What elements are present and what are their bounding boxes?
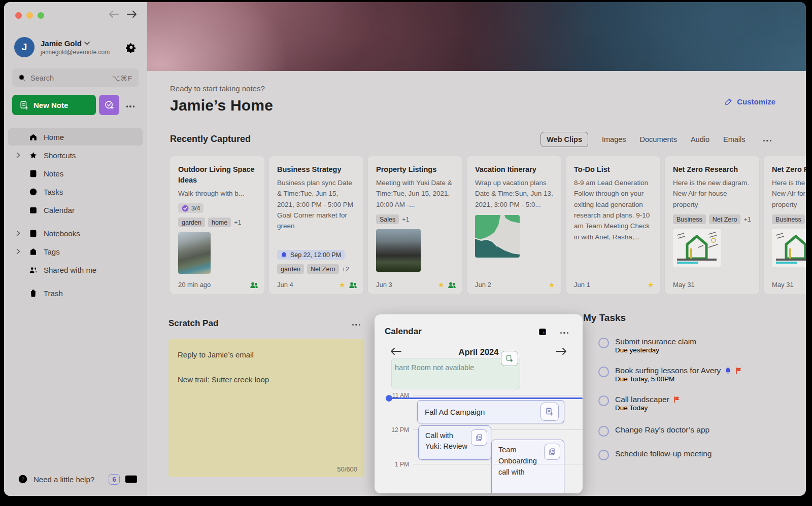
more-tags-count: +1	[402, 216, 409, 223]
current-time-indicator	[387, 397, 583, 399]
task-label[interactable]: Call landscaper	[615, 395, 669, 404]
flag-icon	[735, 367, 742, 374]
chevron-right-icon	[16, 230, 20, 236]
task-label[interactable]: Schedule follow-up meeting	[615, 449, 712, 458]
card-title: To-Do List	[574, 164, 652, 175]
house-diagram-thumbnail	[772, 229, 806, 267]
filters-more-button[interactable]	[759, 131, 776, 147]
sidebar-item-trash[interactable]: Trash	[8, 284, 143, 302]
notification-badge[interactable]: 6	[109, 474, 120, 485]
calendar-more-button[interactable]	[556, 323, 573, 339]
card-title: Vacation Itinerary	[475, 164, 553, 175]
more-actions-button[interactable]	[122, 97, 139, 113]
event-call-with-yuki[interactable]: Call with Yuki: Review	[418, 425, 491, 460]
event-fall-ad-campaign[interactable]: Fall Ad Campaign	[417, 400, 564, 423]
card-date: Jun 4	[277, 281, 339, 288]
filter-documents[interactable]: Documents	[640, 135, 677, 143]
star-icon	[28, 151, 38, 160]
account-section[interactable]: J Jamie Gold jamiegold@evernote.com	[4, 19, 147, 57]
notes-icon	[28, 169, 38, 178]
sidebar-item-notes[interactable]: Notes	[8, 165, 143, 182]
sidebar-item-label: Shared with me	[44, 266, 96, 274]
note-card-property-listings[interactable]: Property Listings Meeting with Yuki Date…	[368, 156, 462, 294]
task-label[interactable]: Book surfing lessons for Avery	[615, 366, 721, 375]
task-checkbox[interactable]	[598, 450, 609, 460]
tag-pill[interactable]: garden	[178, 218, 205, 227]
task-label[interactable]: Submit insurance claim	[615, 337, 696, 346]
filter-audio[interactable]: Audio	[691, 135, 709, 143]
sidebar-item-shortcuts[interactable]: Shortcuts	[8, 147, 143, 164]
note-card-vacation-itinerary[interactable]: Vacation Itinerary Wrap up vacation plan…	[467, 156, 561, 294]
copy-note-icon[interactable]	[471, 429, 487, 446]
note-card-business-strategy[interactable]: Business Strategy Business plan sync Dat…	[269, 156, 363, 294]
sidebar-item-home[interactable]: Home	[8, 128, 143, 146]
forward-arrow-icon[interactable]	[126, 10, 138, 18]
task-check-plus-icon	[104, 100, 114, 110]
card-snippet: Walk-through with b...	[178, 188, 256, 199]
check-circle-icon	[182, 205, 189, 212]
zoom-window-button[interactable]	[38, 12, 44, 19]
task-checkbox[interactable]	[598, 395, 609, 406]
tag-pill[interactable]: Net Zero	[307, 264, 339, 274]
shared-people-icon	[448, 281, 456, 288]
help-icon[interactable]: ?	[17, 474, 28, 485]
sidebar-item-tasks[interactable]: Tasks	[8, 183, 143, 200]
task-label[interactable]: Change Ray’s doctor’s app	[615, 425, 709, 435]
task-checkbox[interactable]	[598, 426, 609, 437]
search-input[interactable]: Search ⌥⌘F	[12, 68, 139, 87]
add-note-to-event-button[interactable]	[540, 403, 559, 421]
new-note-button[interactable]: New Note	[12, 95, 96, 115]
card-title: Net Zero Research	[673, 164, 751, 175]
calendar-day-grid: hant Room not available 11 AM Fall Ad Ca…	[375, 362, 583, 493]
calendar-today-icon[interactable]	[537, 327, 548, 337]
filter-web-clips[interactable]: Web Clips	[540, 132, 588, 147]
close-window-button[interactable]	[15, 12, 22, 19]
task-row: Submit insurance claim Due yesterday	[583, 337, 801, 354]
task-row: Schedule follow-up meeting	[583, 449, 801, 462]
more-tags-count: +1	[743, 216, 751, 223]
my-tasks-title: My Tasks	[583, 312, 801, 323]
add-note-to-event-button[interactable]	[501, 351, 518, 366]
scratch-pad-more-button[interactable]	[348, 315, 365, 331]
sidebar-item-shared-with-me[interactable]: Shared with me	[8, 261, 143, 278]
tag-pill[interactable]: Sales	[376, 214, 399, 224]
task-checkbox[interactable]	[598, 338, 609, 348]
note-plus-icon	[19, 100, 29, 110]
filter-images[interactable]: Images	[602, 135, 626, 143]
help-label[interactable]: Need a little help?	[33, 475, 104, 484]
tag-pill[interactable]: garden	[277, 264, 304, 274]
map-thumbnail	[475, 215, 520, 258]
sidebar-item-notebooks[interactable]: Notebooks	[8, 225, 143, 242]
note-card-to-do-list[interactable]: To-Do List 8-9 am Lead Generation Follow…	[566, 156, 660, 294]
next-month-button[interactable]	[553, 345, 569, 359]
card-date: Jun 2	[475, 281, 549, 288]
sidebar-item-tags[interactable]: Tags	[8, 243, 143, 260]
copy-note-icon[interactable]	[544, 444, 560, 460]
note-plus-icon	[545, 407, 554, 416]
tag-pill[interactable]: Business	[673, 214, 706, 224]
tag-pill[interactable]: Net Zero	[709, 214, 741, 224]
tag-pill[interactable]: Business	[772, 214, 805, 224]
app-window: J Jamie Gold jamiegold@evernote.com Sear…	[4, 2, 806, 496]
gear-icon[interactable]	[126, 42, 137, 55]
customize-label: Customize	[737, 97, 775, 106]
more-tags-count: +2	[342, 266, 349, 273]
back-arrow-icon[interactable]	[108, 10, 119, 18]
note-card-net-zero-research-partial[interactable]: Net Zero Research Here is the new diagra…	[764, 156, 806, 294]
new-task-button[interactable]	[99, 95, 119, 115]
note-card-outdoor-living[interactable]: Outdoor Living Space Ideas Walk-through …	[170, 156, 264, 294]
task-checkbox[interactable]	[598, 367, 609, 377]
avatar[interactable]: J	[14, 37, 35, 57]
keyboard-icon[interactable]	[125, 475, 138, 484]
tag-pill[interactable]: home	[208, 218, 231, 227]
scratch-pad-note[interactable]: Reply to Jamie’s email New trail: Sutter…	[168, 339, 364, 477]
account-email: jamiegold@evernote.com	[41, 49, 110, 56]
sidebar-item-calendar[interactable]: Calendar	[8, 201, 143, 219]
card-date: May 31	[772, 281, 806, 288]
customize-button[interactable]: Customize	[724, 97, 775, 106]
event-team-onboarding[interactable]: Team Onboarding call with	[491, 440, 564, 493]
filter-emails[interactable]: Emails	[723, 135, 746, 143]
minimize-window-button[interactable]	[26, 12, 33, 19]
note-card-net-zero-research[interactable]: Net Zero Research Here is the new diagra…	[665, 156, 759, 294]
card-title: Net Zero Research	[772, 164, 806, 175]
